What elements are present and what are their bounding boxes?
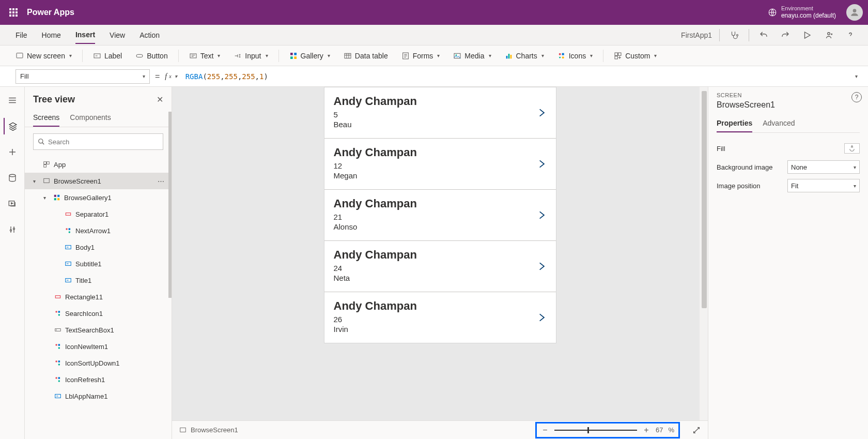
environment-picker[interactable]: Environment enayu.com (default)	[768, 5, 836, 20]
chevron-down-icon: ▾	[854, 183, 856, 189]
help-button[interactable]	[843, 28, 858, 42]
insert-icons-button[interactable]: Icons ▾	[552, 49, 598, 63]
menu-file[interactable]: File	[16, 27, 27, 43]
tab-components[interactable]: Components	[70, 109, 111, 127]
chevron-down-icon: ▾	[328, 53, 330, 58]
menu-insert[interactable]: Insert	[75, 26, 95, 44]
tree-node-iconrefresh[interactable]: IconRefresh1	[25, 371, 172, 388]
property-name: Fill	[20, 72, 29, 80]
menu-home[interactable]: Home	[42, 27, 61, 43]
user-avatar[interactable]	[846, 4, 863, 21]
canvas-area[interactable]: Andy Champan 5 Beau Andy Champan 12 Mega…	[172, 87, 708, 439]
insert-button-button[interactable]: Button	[130, 49, 173, 63]
node-label: TextSearchBox1	[65, 326, 114, 334]
canvas-scrollbar-vertical[interactable]	[700, 87, 708, 420]
screen-tree-icon	[42, 177, 51, 185]
prop-imgpos-dropdown[interactable]: Fit ▾	[787, 179, 860, 192]
rail-treeview-button[interactable]	[4, 118, 20, 134]
gallery-item[interactable]: Andy Champan 26 Irvin	[324, 292, 556, 343]
tree-close-button[interactable]: ✕	[157, 95, 163, 104]
chevron-right-icon[interactable]	[536, 309, 547, 326]
tree-node-title[interactable]: Title1	[25, 272, 172, 289]
insert-media-button[interactable]: Media ▾	[448, 49, 496, 63]
browse-gallery-preview[interactable]: Andy Champan 5 Beau Andy Champan 12 Mega…	[324, 87, 556, 343]
tree-node-subtitle[interactable]: Subtitle1	[25, 255, 172, 272]
tree-node-textsearchbox[interactable]: TextSearchBox1	[25, 322, 172, 338]
insert-label-button[interactable]: Label	[88, 49, 127, 63]
rail-tools-button[interactable]	[4, 221, 21, 238]
scrollbar-thumb[interactable]	[702, 91, 707, 308]
svg-rect-37	[57, 198, 59, 200]
tree-node-app[interactable]: App	[25, 156, 172, 173]
insert-charts-button[interactable]: Charts ▾	[500, 49, 549, 63]
insert-text-button[interactable]: Text ▾	[184, 49, 226, 63]
props-tab-properties[interactable]: Properties	[717, 115, 752, 132]
insert-custom-button[interactable]: Custom ▾	[609, 49, 662, 63]
gallery-item[interactable]: Andy Champan 5 Beau	[324, 87, 556, 139]
svg-rect-51	[58, 344, 60, 346]
formula-expand-button[interactable]: ▾	[848, 73, 863, 79]
tree-node-browsegallery[interactable]: ▾ BrowseGallery1	[25, 189, 172, 206]
rail-media-button[interactable]	[4, 195, 21, 212]
tree-node-browsescreen[interactable]: ▾ BrowseScreen1 ⋯	[25, 173, 172, 189]
tree-search-box[interactable]	[33, 133, 163, 150]
property-selector[interactable]: Fill ▾	[16, 69, 150, 84]
new-screen-button[interactable]: New screen ▾	[10, 49, 77, 63]
play-button[interactable]	[800, 28, 814, 42]
tree-node-lblappname[interactable]: LblAppName1	[25, 388, 172, 404]
rail-hamburger-button[interactable]	[4, 92, 21, 109]
tree-node-rectangle[interactable]: Rectangle11	[25, 289, 172, 305]
chevron-right-icon[interactable]	[536, 207, 547, 223]
tree-node-body[interactable]: Body1	[25, 239, 172, 255]
tools-icon	[8, 225, 17, 234]
insert-forms-button[interactable]: Forms ▾	[396, 49, 445, 63]
tree-node-separator[interactable]: Separator1	[25, 206, 172, 222]
rail-insert-button[interactable]	[4, 144, 21, 160]
tab-screens[interactable]: Screens	[33, 109, 59, 127]
prop-fill-color-picker[interactable]	[844, 143, 860, 154]
share-button[interactable]	[822, 28, 836, 42]
fit-to-window-button[interactable]	[692, 426, 701, 434]
gallery-item[interactable]: Andy Champan 12 Megan	[324, 139, 556, 190]
zoom-out-button[interactable]: −	[541, 426, 549, 435]
rail-data-button[interactable]	[4, 170, 21, 186]
tree-view-panel: Tree view ✕ Screens Components App ▾ Bro…	[25, 87, 172, 439]
undo-button[interactable]	[756, 28, 771, 42]
zoom-slider[interactable]	[554, 430, 637, 431]
prop-bgimage-dropdown[interactable]: None ▾	[787, 160, 860, 174]
tree-node-nextarrow[interactable]: NextArrow1	[25, 222, 172, 239]
tree-node-iconnewitem[interactable]: IconNewItem1	[25, 338, 172, 355]
menu-action[interactable]: Action	[140, 27, 160, 43]
insert-input-button[interactable]: Input ▾	[228, 49, 273, 63]
svg-point-46	[55, 311, 57, 313]
insert-gallery-button[interactable]: Gallery ▾	[284, 49, 335, 63]
app-launcher-button[interactable]	[5, 4, 22, 21]
search-icon	[38, 138, 45, 145]
scrollbar-thumb[interactable]	[168, 112, 172, 298]
redo-button[interactable]	[778, 28, 793, 42]
chevron-right-icon[interactable]	[536, 104, 547, 121]
gallery-item[interactable]: Andy Champan 24 Neta	[324, 241, 556, 292]
zoom-in-button[interactable]: +	[642, 426, 650, 435]
gallery-item[interactable]: Andy Champan 21 Alonso	[324, 190, 556, 241]
insert-datatable-button[interactable]: Data table	[338, 49, 393, 63]
zoom-slider-thumb[interactable]	[587, 427, 589, 433]
chevron-right-icon[interactable]	[536, 156, 547, 172]
menu-view[interactable]: View	[110, 27, 125, 43]
tree-search-input[interactable]	[48, 138, 159, 146]
node-more-button[interactable]: ⋯	[158, 177, 165, 185]
chevron-right-icon[interactable]	[536, 258, 547, 275]
chevron-down-icon: ▾	[590, 53, 593, 58]
prop-bgimage-label: Background image	[717, 163, 772, 171]
chevron-down-icon: ▾	[218, 53, 220, 58]
tree-node-searchicon[interactable]: SearchIcon1	[25, 305, 172, 322]
panel-help-button[interactable]: ?	[851, 92, 862, 102]
tree-node-iconsort[interactable]: IconSortUpDown1	[25, 355, 172, 371]
formula-input[interactable]: RGBA(255, 255, 255, 1)	[182, 69, 843, 84]
props-tab-advanced[interactable]: Advanced	[763, 115, 795, 132]
menu-divider	[719, 29, 720, 41]
fx-button[interactable]: fx ▾	[165, 72, 177, 81]
svg-rect-7	[190, 54, 196, 58]
app-name-label[interactable]: FirstApp1	[681, 31, 712, 39]
app-checker-button[interactable]	[727, 28, 741, 42]
